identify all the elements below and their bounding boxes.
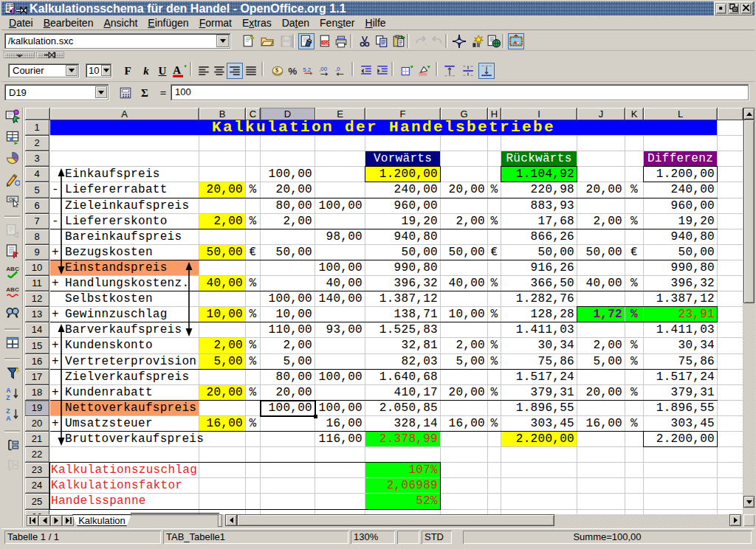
row-header-2[interactable]: 2 [25,136,49,151]
row-header-16[interactable]: 16 [25,354,49,370]
cell-F23[interactable]: 107% [365,463,440,477]
cell-I5[interactable]: 220,98 [501,182,577,198]
cell-A20[interactable]: +Umsatzsteuer [50,416,199,431]
cell-F15[interactable]: 32,81 [365,338,440,353]
ungroup-button[interactable] [4,458,21,474]
row-header-9[interactable]: 9 [25,245,49,260]
open-button[interactable] [259,33,275,49]
insert-cells-button[interactable] [4,130,21,146]
cell-G7[interactable]: 2,00 [441,214,487,229]
row-header-15[interactable]: 15 [25,338,49,354]
scroll-left-button[interactable] [225,514,237,526]
cell-K7[interactable]: % [625,214,643,229]
cell-F19[interactable]: 2.050,85 [365,401,440,415]
cell-H7[interactable]: % [488,214,501,229]
cell-A22[interactable] [50,447,199,462]
cell-J9[interactable]: 50,00 [577,245,625,260]
align-justify-button[interactable] [243,63,259,79]
cell-L19[interactable]: 1.896,55 [644,401,717,415]
cell-F4[interactable]: 1.200,00 [365,167,440,182]
background-color-button[interactable] [416,63,432,79]
cell-C9[interactable]: € [246,245,260,260]
column-header-A[interactable]: A [50,108,199,120]
align-left-button[interactable] [196,63,212,79]
vertical-scrollbar[interactable] [743,108,755,527]
cell-B5[interactable]: 20,00 [199,182,245,198]
vertical-scroll-thumb[interactable] [743,120,755,303]
cell-L17[interactable]: 1.517,24 [644,370,717,384]
window-pin-icon[interactable] [16,5,28,13]
cell-G5[interactable]: 20,00 [441,182,487,198]
cell-E10[interactable]: 100,00 [315,260,365,275]
row-header-24[interactable]: 24 [25,478,49,494]
column-header-F[interactable]: F [365,108,441,120]
insert-picture-button[interactable] [508,33,524,49]
number-currency-button[interactable]: $ [269,63,286,79]
cell-A17[interactable]: Zielverkaufspreis [50,370,199,384]
cell-A6[interactable]: Zieleinkaufspreis [50,198,199,213]
cell-L5[interactable]: 240,00 [644,182,717,198]
cell-L21[interactable]: 2.200,00 [644,432,717,446]
cell-I21[interactable]: 2.200,00 [501,432,577,446]
sum-button[interactable]: Σ [137,85,153,101]
cell-D18[interactable]: 20,00 [261,385,315,400]
column-header-blank[interactable] [718,108,743,120]
sheet-tab-kalkulation[interactable]: Kalkulation [72,514,131,526]
autofilter-button[interactable] [4,365,21,381]
cell-D14[interactable]: 110,00 [261,322,315,337]
cell-C15[interactable]: % [246,338,260,353]
data-sources-button[interactable] [486,33,502,49]
cell-I10[interactable]: 916,26 [501,260,577,275]
last-sheet-button[interactable] [62,515,74,526]
menu-daten[interactable]: Daten [281,15,310,30]
find-replace-button[interactable] [4,305,21,321]
menu-bearbeiten[interactable]: Bearbeiten [43,15,94,30]
cell-I3[interactable]: Rückwärts [501,151,577,166]
cell-I17[interactable]: 1.517,24 [501,370,577,384]
cell-G15[interactable]: 2,00 [441,338,487,353]
cell-I16[interactable]: 75,86 [501,354,577,369]
cell-L10[interactable]: 990,80 [644,260,717,275]
function-button[interactable]: = [155,85,171,101]
italic-button[interactable]: k [138,63,154,79]
delete-decimal-button[interactable]: ,0 [333,63,349,79]
redo-button[interactable] [429,33,445,49]
horizontal-scroll-thumb[interactable] [237,514,554,526]
cell-H9[interactable]: € [488,245,501,260]
column-header-D[interactable]: D [261,108,315,120]
cell-F11[interactable]: 396,32 [365,276,440,291]
cell-K5[interactable]: % [625,182,643,198]
cell-A23[interactable]: Kalkulationszuschlag [50,463,199,477]
cell-F13[interactable]: 138,71 [365,307,440,322]
cell-A25[interactable]: Handelsspanne [50,494,199,509]
cell-I20[interactable]: 303,45 [501,416,577,431]
align-bottom-button[interactable] [478,63,495,79]
gallery-button[interactable] [469,33,485,49]
decrease-indent-button[interactable] [358,63,374,79]
cell-E12[interactable]: 140,00 [315,291,365,306]
cell-J16[interactable]: 5,00 [577,354,625,369]
group-button[interactable] [4,438,21,454]
cell-D13[interactable]: 10,00 [261,307,315,322]
column-header-B[interactable]: B [199,108,246,120]
cell-E17[interactable]: 100,00 [315,370,365,384]
print-button[interactable] [333,33,349,49]
cell-A14[interactable]: Barverkaufspreis [50,322,199,337]
cell-D15[interactable]: 2,00 [261,338,315,353]
previous-sheet-button[interactable] [38,515,50,526]
cell-A12[interactable]: Selbstkosten [50,291,199,306]
cell-F12[interactable]: 1.387,12 [365,291,440,306]
form-controls-button[interactable]: OK [4,193,21,209]
cell-F14[interactable]: 1.525,83 [365,322,440,337]
cell-J11[interactable]: 40,00 [577,276,625,291]
cell-title-A1[interactable]: Kalkulation der Handelsbetriebe [50,120,717,135]
cell-K11[interactable]: % [625,276,643,291]
cell-A19[interactable]: Nettoverkaufspreis [50,401,199,415]
cell-L3[interactable]: Differenz [644,151,717,166]
cell-I19[interactable]: 1.896,55 [501,401,577,415]
cell-A15[interactable]: +Kundenskonto [50,338,199,353]
borders-button[interactable] [399,63,415,79]
row-header-10[interactable]: 10 [25,260,49,276]
cell-I7[interactable]: 17,68 [501,214,577,229]
cell-I18[interactable]: 379,31 [501,385,577,400]
